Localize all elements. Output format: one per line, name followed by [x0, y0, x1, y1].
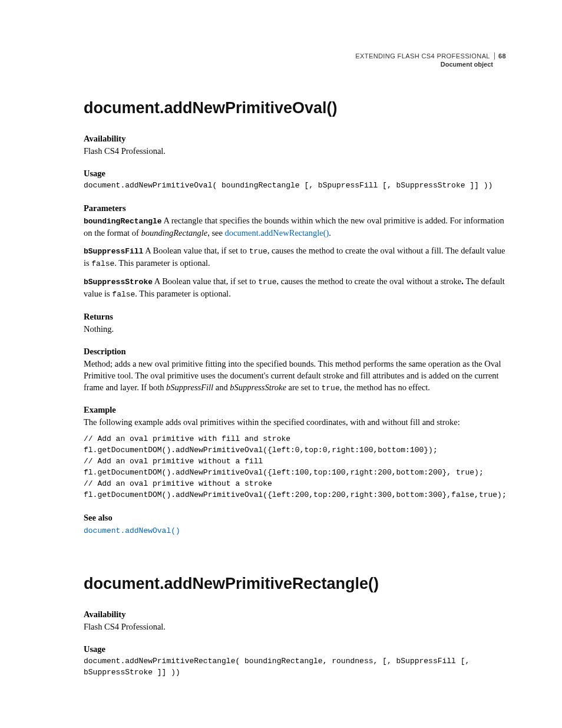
- description-text: Method; adds a new oval primitive fittin…: [84, 358, 506, 394]
- usage-code-2: document.addNewPrimitiveRectangle( bound…: [84, 656, 506, 678]
- running-header: EXTENDING FLASH CS4 PROFESSIONAL 68 Docu…: [355, 52, 506, 69]
- description-text-c: are set to: [286, 383, 322, 392]
- param2-text-c: . This parameter is optional.: [114, 258, 210, 268]
- param-name-bsuppressstroke: bSuppressStroke: [84, 278, 153, 286]
- param-bsuppressfill: bSuppressFill A Boolean value that, if s…: [84, 245, 506, 269]
- availability-text-2: Flash CS4 Professional.: [84, 621, 506, 633]
- availability-text: Flash CS4 Professional.: [84, 145, 506, 157]
- availability-label: Availability: [84, 134, 506, 144]
- description-ital1: bSuppressFill: [166, 383, 213, 392]
- param3-false: false: [112, 290, 135, 299]
- param1-ital: boundingRectangle: [141, 228, 207, 238]
- usage-label-2: Usage: [84, 644, 506, 654]
- availability-label-2: Availability: [84, 610, 506, 620]
- method-title-addnewprimitiverectangle: document.addNewPrimitiveRectangle(): [84, 575, 506, 593]
- param-bsuppressstroke: bSuppressStroke A Boolean value that, if…: [84, 275, 506, 300]
- link-addnewrectangle[interactable]: document.addNewRectangle(): [225, 228, 329, 238]
- param1-text-b: , see: [207, 228, 224, 238]
- link-addnewoval[interactable]: document.addNewOval(): [84, 526, 180, 535]
- usage-label: Usage: [84, 169, 506, 179]
- param3-true: true: [258, 278, 276, 286]
- param-name-boundingrectangle: boundingRectangle: [84, 217, 162, 226]
- description-text-b: and: [213, 383, 230, 392]
- page-number: 68: [494, 52, 506, 60]
- seealso-label: See also: [84, 513, 506, 523]
- example-label: Example: [84, 405, 506, 415]
- description-text-d: , the method has no effect.: [340, 383, 430, 392]
- param-name-bsuppressfill: bSuppressFill: [84, 247, 143, 256]
- seealso-text: document.addNewOval(): [84, 524, 506, 536]
- description-ital2: bSuppressStroke: [230, 383, 286, 392]
- param3-text-a: A Boolean value that, if set to: [153, 276, 258, 286]
- book-title: EXTENDING FLASH CS4 PROFESSIONAL: [355, 52, 490, 60]
- example-intro: The following example adds oval primitiv…: [84, 416, 506, 428]
- header-section: Document object: [355, 60, 506, 68]
- usage-code: document.addNewPrimitiveOval( boundingRe…: [84, 180, 506, 192]
- param3-text-b: , causes the method to create the oval w…: [276, 276, 461, 286]
- example-code: // Add an oval primitive with fill and s…: [84, 434, 506, 500]
- param-boundingrectangle: boundingRectangle A rectangle that speci…: [84, 215, 506, 239]
- param2-true: true: [249, 247, 267, 256]
- param1-text-c: .: [329, 228, 331, 238]
- returns-text: Nothing.: [84, 323, 506, 335]
- description-label: Description: [84, 347, 506, 357]
- param2-false: false: [91, 259, 114, 268]
- method-title-addnewprimitiveoval: document.addNewPrimitiveOval(): [84, 99, 506, 117]
- returns-label: Returns: [84, 312, 506, 322]
- param2-text-a: A Boolean value that, if set to: [143, 246, 249, 255]
- parameters-label: Parameters: [84, 203, 506, 213]
- description-true: true: [322, 384, 340, 393]
- param3-text-d: . This parameter is optional.: [135, 289, 230, 298]
